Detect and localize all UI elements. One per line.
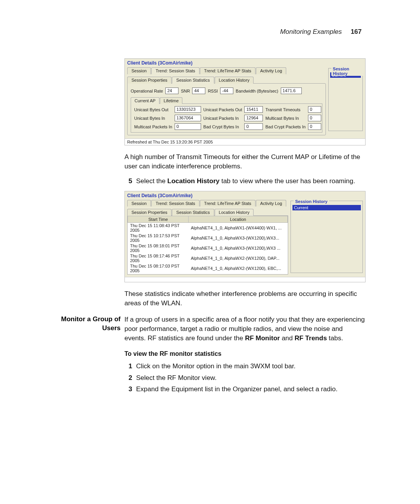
label-upi: Unicast Packets In: [203, 116, 242, 121]
step-5-num: 5: [124, 177, 132, 186]
tab-session[interactable]: Session: [127, 67, 151, 74]
value-tt: 0: [308, 106, 321, 113]
tab-lifetime[interactable]: Lifetime: [160, 97, 183, 104]
client-details-panel-2: Client Details (3ComAir\mike) Session Tr…: [124, 191, 366, 282]
panel1-sub-tabs: Session Properties Session Statistics Lo…: [127, 77, 326, 84]
panel2-sub-tabs: Session Properties Session Statistics Lo…: [127, 209, 288, 216]
value-bw: 1471.6: [281, 88, 302, 94]
label-bcp: Bad Crypt Packets In: [265, 124, 305, 129]
value-mbi: 0: [308, 115, 321, 121]
col-location[interactable]: Location: [189, 216, 288, 223]
p2-sub-ss[interactable]: Session Statistics: [172, 209, 214, 216]
step-5-text: Select the Location History tab to view …: [136, 177, 366, 186]
panel2-session-history-box[interactable]: Current: [290, 201, 363, 273]
label-bw: Bandwidth (Bytes/sec): [236, 89, 278, 93]
value-mpi: 0: [175, 123, 201, 130]
label-rssi: RSSI: [208, 89, 218, 93]
para-1: A high number of Transmit Timeouts for e…: [124, 152, 366, 171]
col-start-time[interactable]: Start Time: [128, 216, 189, 223]
panel1-outer-tabs: Session Trend: Session Stats Trend: Life…: [127, 67, 326, 74]
tab-trend-session-stats[interactable]: Trend: Session Stats: [151, 67, 200, 74]
session-history-box[interactable]: Current: [328, 68, 363, 131]
tab-trend-lifetime-ap[interactable]: Trend: LifeTime AP Stats: [200, 67, 256, 74]
table-row: Thu Dec 15 08:17:46 PST 2005AlphaNET4_1_…: [128, 253, 288, 263]
panel1-title: Client Details (3ComAir\mike): [125, 59, 365, 66]
step-1: 1Click on the Monitor option in the main…: [124, 362, 366, 371]
p2-sub-lh[interactable]: Location History: [215, 209, 254, 216]
table-row: Thu Dec 15 08:18:01 PST 2005AlphaNET4_1_…: [128, 243, 288, 253]
label-bcb: Bad Crypt Bytes In: [203, 124, 242, 129]
step-5: 5 Select the Location History tab to vie…: [124, 177, 366, 186]
para-2: These statistics indicate whether interf…: [124, 289, 366, 308]
label-tt: Transmit Timeouts: [265, 107, 305, 112]
sub-heading-rf-stats: To view the RF monitor statistics: [124, 350, 366, 358]
tab-session-statistics[interactable]: Session Statistics: [172, 77, 214, 84]
value-snr: 44: [192, 88, 205, 94]
panel2-session-history-title: Session History: [294, 199, 329, 204]
p2-tab-session[interactable]: Session: [127, 200, 151, 206]
para-3: If a group of users in a specific area o…: [124, 315, 366, 343]
page-number: 167: [351, 28, 362, 35]
p2-tab-tss[interactable]: Trend: Session Stats: [151, 200, 200, 206]
panel2-session-history-current[interactable]: Current: [292, 205, 361, 210]
value-upi: 12964: [244, 115, 263, 121]
side-heading-monitor-group: Monitor a Group ofUsers: [47, 315, 121, 333]
panel1-inner-tabs: Current AP Lifetime: [131, 97, 322, 104]
table-row: Thu Dec 15 08:17:03 PST 2005AlphaNET4_1_…: [128, 263, 288, 273]
tab-session-properties[interactable]: Session Properties: [127, 77, 172, 84]
panel2-title: Client Details (3ComAir\mike): [125, 191, 365, 199]
value-op-rate: 24: [165, 88, 178, 94]
value-bcp: 0: [308, 123, 321, 130]
tab-location-history[interactable]: Location History: [215, 77, 254, 84]
label-snr: SNR: [181, 89, 190, 93]
step-3: 3Expand the Equipment list in the Organi…: [124, 385, 366, 394]
step-2: 2Select the RF Monitor view.: [124, 373, 366, 383]
header-section: Monitoring Examples: [280, 28, 342, 35]
label-upo: Unicast Packets Out: [203, 107, 242, 112]
p2-sub-sp[interactable]: Session Properties: [127, 209, 172, 216]
panel2-outer-tabs: Session Trend: Session Stats Trend: Life…: [127, 200, 288, 206]
running-header: Monitoring Examples 167: [280, 28, 362, 36]
panel1-footer: Refreshed at Thu Dec 15 13:20:36 PST 200…: [125, 138, 365, 145]
table-row: Thu Dec 15 10:17:53 PST 2005AlphaNET4_1_…: [128, 233, 288, 243]
label-ubo: Unicast Bytes Out: [134, 107, 172, 112]
value-upo: 15411: [244, 106, 263, 113]
value-bcb: 0: [244, 123, 263, 130]
p2-tab-tlap[interactable]: Trend: LifeTime AP Stats: [200, 200, 256, 206]
client-details-panel-1: Client Details (3ComAir\mike) Session Tr…: [124, 58, 366, 145]
session-history-title: Session History: [331, 66, 363, 76]
label-ubi: Unicast Bytes In: [134, 116, 172, 121]
tab-current-ap[interactable]: Current AP: [131, 97, 159, 104]
value-ubi: 1367064: [175, 115, 201, 121]
label-op-rate: Operational Rate: [131, 89, 163, 93]
label-mpi: Multicast Packets In: [134, 124, 172, 129]
value-ubo: 13301523: [175, 106, 201, 113]
label-mbi: Multicast Bytes In: [265, 116, 305, 121]
value-rssi: -44: [220, 88, 233, 94]
tab-activity-log[interactable]: Activity Log: [256, 67, 286, 74]
location-history-table: Start Time Location Thu Dec 15 11:08:43 …: [128, 216, 288, 273]
table-row: Thu Dec 15 11:08:43 PST 2005AlphaNET4_1_…: [128, 223, 288, 233]
p2-tab-act[interactable]: Activity Log: [256, 200, 286, 206]
